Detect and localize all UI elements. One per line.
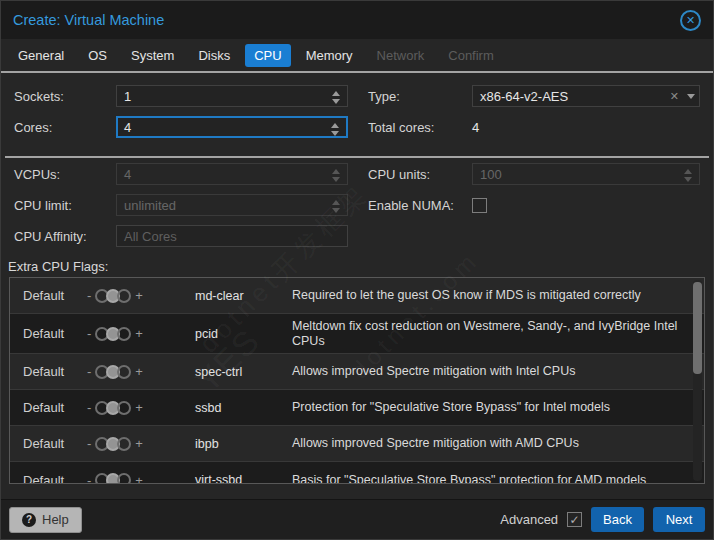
cpu-limit-label: CPU limit: <box>14 198 116 213</box>
tab-network: Network <box>368 44 434 67</box>
next-button[interactable]: Next <box>653 507 705 532</box>
flag-row-ibpb: Default -+ ibpb Allows improved Spectre … <box>10 426 704 462</box>
flag-tristate-slider[interactable]: -+ <box>87 436 195 451</box>
enable-numa-checkbox[interactable] <box>472 198 487 213</box>
vcpus-input: 4 <box>116 163 348 185</box>
flag-description: Allows improved Spectre mitigation with … <box>292 436 684 451</box>
spinner-up-icon <box>332 169 340 174</box>
cpu-affinity-input[interactable]: All Cores <box>116 225 348 247</box>
cpu-advanced-section: VCPUs: 4 CPU units: 100 CPU limit: unlim… <box>1 163 713 247</box>
clear-icon[interactable]: ✕ <box>670 90 679 103</box>
flag-row-ssbd: Default -+ ssbd Protection for "Speculat… <box>10 390 704 426</box>
sockets-spinner[interactable] <box>329 88 343 106</box>
flag-name: virt-ssbd <box>195 473 292 484</box>
flag-state: Default <box>23 326 87 341</box>
cpu-limit-spinner <box>329 197 343 215</box>
close-icon[interactable]: ✕ <box>680 10 701 31</box>
flag-state: Default <box>23 364 87 379</box>
question-icon: ? <box>22 513 36 527</box>
spinner-down-icon[interactable] <box>331 131 339 136</box>
total-cores-value: 4 <box>472 120 700 135</box>
dialog-footer: ? Help Advanced ✓ Back Next <box>1 499 713 539</box>
sockets-label: Sockets: <box>14 89 116 104</box>
flag-row-md-clear: Default -+ md-clear Required to let the … <box>10 278 704 314</box>
cpu-affinity-label: CPU Affinity: <box>14 229 116 244</box>
tab-system[interactable]: System <box>122 44 183 67</box>
flag-state: Default <box>23 473 87 485</box>
flag-description: Required to let the guest OS know if MDS… <box>292 288 684 303</box>
flag-tristate-slider[interactable]: -+ <box>87 400 195 415</box>
tab-cpu[interactable]: CPU <box>245 44 290 67</box>
flag-description: Protection for "Speculative Store Bypass… <box>292 400 684 415</box>
spinner-up-icon[interactable] <box>332 91 340 96</box>
cpu-limit-input: unlimited <box>116 194 348 216</box>
flag-name: md-clear <box>195 289 292 303</box>
tab-memory[interactable]: Memory <box>297 44 362 67</box>
type-label: Type: <box>368 89 472 104</box>
spinner-up-icon[interactable] <box>331 123 339 128</box>
scrollbar-track[interactable] <box>693 280 702 481</box>
flag-description: Meltdown fix cost reduction on Westmere,… <box>292 319 684 349</box>
flag-tristate-slider[interactable]: -+ <box>87 364 195 379</box>
wizard-tabbar: General OS System Disks CPU Memory Netwo… <box>1 39 713 73</box>
flag-description: Basis for "Speculative Store Bypass" pro… <box>292 473 684 485</box>
check-icon: ✓ <box>570 513 580 527</box>
advanced-checkbox[interactable]: ✓ <box>567 512 582 527</box>
cpu-type-combobox[interactable]: x86-64-v2-AES ✕ <box>472 85 700 107</box>
flag-tristate-slider[interactable]: -+ <box>87 473 195 485</box>
flag-name: ssbd <box>195 401 292 415</box>
advanced-label: Advanced <box>500 512 558 527</box>
spinner-down-icon <box>332 177 340 182</box>
vcpus-spinner <box>329 166 343 184</box>
flag-state: Default <box>23 288 87 303</box>
cpu-units-label: CPU units: <box>368 167 472 182</box>
sockets-input[interactable]: 1 <box>116 85 348 107</box>
flag-tristate-slider[interactable]: -+ <box>87 326 195 341</box>
cpu-units-input: 100 <box>472 163 700 185</box>
tab-disks[interactable]: Disks <box>189 44 239 67</box>
spinner-up-icon <box>332 200 340 205</box>
cpu-units-spinner <box>681 166 695 184</box>
scrollbar-thumb[interactable] <box>693 282 702 374</box>
cpu-flags-list: Default -+ md-clear Required to let the … <box>9 277 705 484</box>
enable-numa-label: Enable NUMA: <box>368 198 472 213</box>
vcpus-label: VCPUs: <box>14 167 116 182</box>
dialog-titlebar: Create: Virtual Machine ✕ <box>1 1 713 39</box>
tab-general[interactable]: General <box>9 44 73 67</box>
flag-state: Default <box>23 436 87 451</box>
flag-name: ibpb <box>195 437 292 451</box>
total-cores-label: Total cores: <box>368 120 472 135</box>
section-divider <box>5 156 709 158</box>
extra-cpu-flags-label: Extra CPU Flags: <box>8 259 108 274</box>
tab-confirm: Confirm <box>439 44 503 67</box>
spinner-down-icon[interactable] <box>332 99 340 104</box>
cpu-basic-section: Sockets: 1 Type: x86-64-v2-AES ✕ Cores: … <box>1 85 713 138</box>
flag-row-virt-ssbd: Default -+ virt-ssbd Basis for "Speculat… <box>10 462 704 484</box>
flag-row-spec-ctrl: Default -+ spec-ctrl Allows improved Spe… <box>10 354 704 390</box>
create-vm-dialog: dotnet开发框架 dotnet.com YES Create: Virtua… <box>0 0 714 540</box>
flag-row-pcid: Default -+ pcid Meltdown fix cost reduct… <box>10 314 704 354</box>
flag-tristate-slider[interactable]: -+ <box>87 288 195 303</box>
flag-description: Allows improved Spectre mitigation with … <box>292 364 684 379</box>
tab-os[interactable]: OS <box>79 44 116 67</box>
dialog-title: Create: Virtual Machine <box>13 12 164 28</box>
flag-name: spec-ctrl <box>195 365 292 379</box>
help-button[interactable]: ? Help <box>9 507 82 533</box>
cores-label: Cores: <box>14 120 116 135</box>
back-button[interactable]: Back <box>591 507 644 532</box>
chevron-down-icon[interactable] <box>687 94 695 99</box>
spinner-down-icon <box>684 177 692 182</box>
cores-spinner[interactable] <box>328 120 342 138</box>
spinner-up-icon <box>684 169 692 174</box>
flag-name: pcid <box>195 327 292 341</box>
cores-input[interactable]: 4 <box>116 116 348 138</box>
flag-state: Default <box>23 400 87 415</box>
spinner-down-icon <box>332 208 340 213</box>
